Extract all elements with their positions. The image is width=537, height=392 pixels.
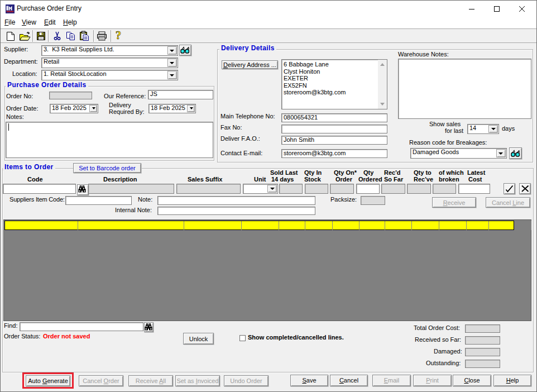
svg-text:?: ? bbox=[116, 30, 122, 41]
